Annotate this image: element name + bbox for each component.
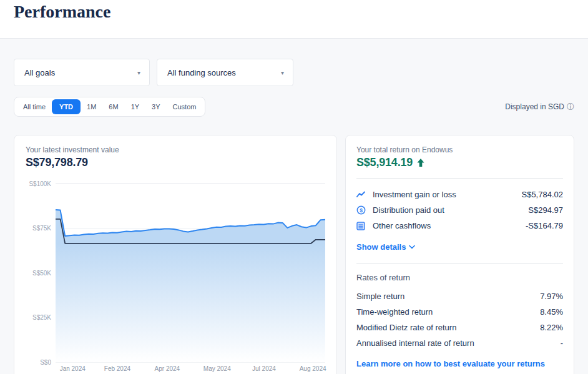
rates-of-return-title: Rates of return	[356, 273, 563, 282]
cashflows-doc-icon	[356, 221, 366, 231]
area-chart[interactable]: S$100KS$75KS$50KS$25KS$0Jan 2024Feb 2024…	[26, 179, 326, 374]
return-amount: S$5,914.19	[356, 156, 413, 169]
displayed-currency: Displayed in SGD ⓘ	[505, 102, 574, 112]
rate-value: 8.45%	[540, 307, 563, 317]
return-card-value: S$5,914.19	[356, 156, 563, 169]
breakdown-row-gain: Investment gain or loss S$5,784.02	[356, 187, 563, 202]
filters-row: All goals ▾ All funding sources ▾	[0, 59, 588, 86]
show-details-link[interactable]: Show details	[356, 242, 415, 252]
tab-ytd[interactable]: YTD	[52, 99, 81, 114]
rate-label: Time-weighted return	[356, 307, 540, 317]
svg-text:S$100K: S$100K	[29, 180, 51, 187]
rate-label: Simple return	[356, 292, 540, 301]
breakdown-value: -S$164.79	[526, 221, 563, 230]
divider	[356, 263, 563, 264]
tab-3y[interactable]: 3Y	[145, 99, 166, 114]
investment-value-card: Your latest investment value S$79,798.79…	[14, 135, 337, 374]
svg-text:S$75K: S$75K	[32, 225, 51, 232]
svg-text:Feb 2024: Feb 2024	[104, 365, 131, 372]
learn-more-link[interactable]: Learn more on how to best evaluate your …	[356, 359, 545, 368]
show-details-label: Show details	[356, 242, 406, 252]
total-return-card: Your total return on Endowus S$5,914.19 …	[345, 135, 574, 374]
investment-card-label: Your latest investment value	[26, 145, 325, 154]
svg-text:$: $	[360, 207, 363, 214]
cards-row: Your latest investment value S$79,798.79…	[0, 135, 588, 374]
rate-label: Modified Dietz rate of return	[356, 323, 540, 332]
displayed-currency-label: Displayed in SGD	[505, 102, 564, 111]
tab-custom[interactable]: Custom	[167, 99, 203, 114]
svg-text:S$0: S$0	[40, 359, 51, 366]
investment-chart[interactable]: S$100KS$75KS$50KS$25KS$0Jan 2024Feb 2024…	[26, 179, 325, 374]
return-card-label: Your total return on Endowus	[356, 145, 563, 154]
chevron-down-icon: ▾	[281, 69, 284, 76]
rate-row-time-weighted: Time-weighted return 8.45%	[356, 304, 563, 320]
dollar-circle-icon: $	[356, 205, 366, 215]
chevron-down-icon: ▾	[137, 69, 140, 76]
divider	[356, 178, 563, 179]
tab-all-time[interactable]: All time	[17, 99, 52, 114]
chevron-down-icon	[409, 245, 415, 249]
breakdown-label: Distribution paid out	[373, 205, 528, 215]
rate-row-simple: Simple return 7.97%	[356, 288, 563, 304]
breakdown-label: Investment gain or loss	[373, 190, 521, 199]
time-range-tabs: All time YTD 1M 6M 1Y 3Y Custom	[14, 97, 205, 117]
tab-6m[interactable]: 6M	[102, 99, 124, 114]
svg-text:Jan 2024: Jan 2024	[60, 365, 86, 372]
rates-list: Simple return 7.97% Time-weighted return…	[356, 288, 563, 351]
rate-value: 8.22%	[540, 323, 563, 332]
rate-label: Annualised internal rate of return	[356, 338, 561, 348]
svg-text:May 2024: May 2024	[203, 365, 231, 372]
goals-select-value: All goals	[24, 68, 55, 77]
breakdown-label: Other cashflows	[373, 221, 526, 230]
page-title: Performance	[14, 1, 110, 22]
tab-1y[interactable]: 1Y	[125, 99, 145, 114]
tab-1m[interactable]: 1M	[81, 99, 102, 114]
page-header: Performance	[0, 0, 588, 39]
svg-text:S$25K: S$25K	[32, 314, 51, 321]
svg-text:Apr 2024: Apr 2024	[155, 365, 180, 372]
investment-card-value: S$79,798.79	[26, 156, 325, 169]
info-icon[interactable]: ⓘ	[567, 102, 574, 112]
rate-value: 7.97%	[540, 292, 563, 301]
breakdown-value: S$5,784.02	[521, 190, 563, 199]
rate-value: -	[561, 338, 563, 348]
tabs-row: All time YTD 1M 6M 1Y 3Y Custom Displaye…	[0, 97, 588, 117]
breakdown-value: S$294.97	[528, 205, 563, 215]
funding-sources-select[interactable]: All funding sources ▾	[157, 59, 293, 86]
rate-row-annualised-irr: Annualised internal rate of return -	[356, 335, 563, 351]
funding-select-value: All funding sources	[167, 68, 236, 77]
svg-text:S$50K: S$50K	[32, 270, 51, 277]
breakdown-row-other-cashflows: Other cashflows -S$164.79	[356, 218, 563, 234]
svg-text:Jul 2024: Jul 2024	[252, 365, 276, 372]
svg-text:Aug 2024: Aug 2024	[300, 365, 326, 372]
trend-line-icon	[356, 190, 366, 200]
return-breakdown-list: Investment gain or loss S$5,784.02 $ Dis…	[356, 187, 563, 234]
goals-select[interactable]: All goals ▾	[14, 59, 150, 86]
breakdown-row-distribution: $ Distribution paid out S$294.97	[356, 202, 563, 218]
arrow-up-icon	[416, 158, 425, 167]
rate-row-modified-dietz: Modified Dietz rate of return 8.22%	[356, 320, 563, 335]
